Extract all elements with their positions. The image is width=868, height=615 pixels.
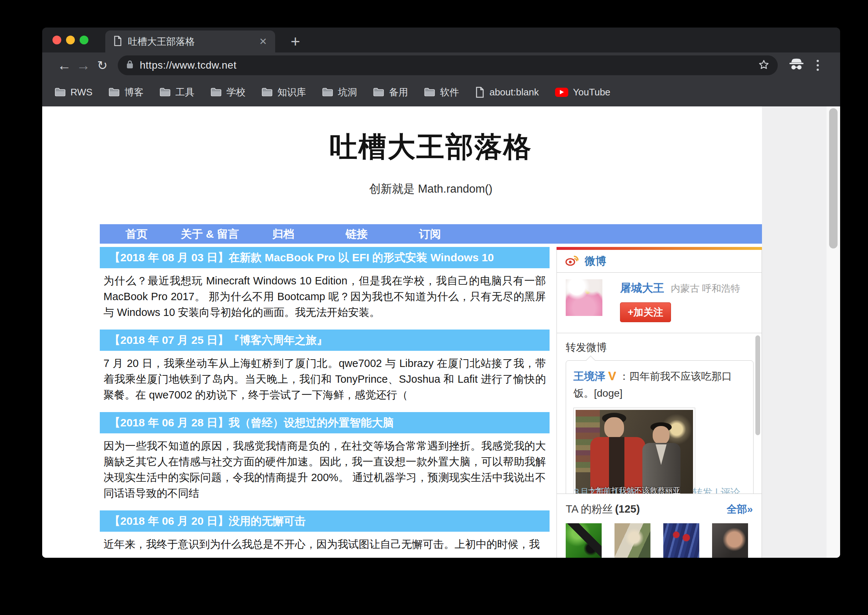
blog-page: 吐槽大王部落格 创新就是 Math.random() 首页 关于 & 留言 归档… xyxy=(42,106,762,558)
bookmark-folder-software[interactable]: 软件 xyxy=(424,86,459,99)
browser-toolbar: ← → ↻ https://www.tcdw.net xyxy=(42,53,840,78)
post-excerpt: 近年来，我终于意识到为什么我总是不开心，因为我试图让自己无懈可击。上初中的时候，… xyxy=(100,532,550,558)
weibo-widget-header: 微博 xyxy=(557,250,762,273)
nav-item-subscribe[interactable]: 订阅 xyxy=(393,224,467,244)
bookmark-folder-rws[interactable]: RWS xyxy=(55,87,92,98)
meme-boy1-red-jacket xyxy=(590,437,645,493)
weibo-logo-icon xyxy=(565,254,580,268)
nav-item-links[interactable]: 链接 xyxy=(320,224,393,244)
browser-tab[interactable]: 吐槽大王部落格 ✕ xyxy=(105,30,275,53)
minimize-window-button[interactable] xyxy=(66,36,75,44)
url-text: https://www.tcdw.net xyxy=(140,59,758,71)
tab-strip: 吐槽大王部落格 ✕ + xyxy=(42,28,840,53)
fan-avatar-luigi-kart[interactable] xyxy=(566,523,602,558)
tab-favicon-page-icon xyxy=(113,36,122,48)
bookmark-label: 学校 xyxy=(226,86,245,99)
meme-boy1-head xyxy=(604,417,624,439)
menu-dots-icon[interactable] xyxy=(815,58,820,72)
page-scrollbar-thumb[interactable] xyxy=(829,108,838,248)
fans-label: TA 的粉丝 xyxy=(566,503,612,515)
bookmark-folder-blog[interactable]: 博客 xyxy=(109,86,143,99)
fans-avatar-row xyxy=(566,523,753,558)
repost-label: 转发微博 xyxy=(557,333,762,354)
bookmark-folder-pit[interactable]: 坑洞 xyxy=(322,86,357,99)
site-navbar: 首页 关于 & 留言 归档 链接 订阅 xyxy=(100,224,762,244)
zoom-window-button[interactable] xyxy=(79,36,89,44)
bookmark-label: 工具 xyxy=(175,86,195,99)
post-title-link[interactable]: 【2018 年 06 月 20 日】没用的无懈可击 xyxy=(100,510,550,532)
post-actions-links[interactable]: 转发 | 评论 xyxy=(693,486,740,493)
fan-avatar-woman-eating[interactable] xyxy=(712,523,748,558)
post: 【2018 年 07 月 25 日】『博客六周年之旅』 7 月 20 日，我乘坐… xyxy=(100,329,550,412)
profile-location: 内蒙古 呼和浩特 xyxy=(671,283,740,294)
bookmarks-bar: RWS 博客 工具 学校 知识库 坑洞 xyxy=(42,78,840,106)
close-window-button[interactable] xyxy=(53,36,61,44)
meme-boy2-head xyxy=(653,426,670,444)
bookmark-star-icon[interactable] xyxy=(758,59,770,72)
post-date-link[interactable]: 3月27日 11:28 xyxy=(574,486,637,493)
lock-icon xyxy=(126,59,134,71)
repost-bubble: 王境泽V：四年前我不应该吃那口饭。[doge] xyxy=(566,361,754,493)
weibo-profile: 屠城大王 内蒙古 呼和浩特 +加关注 xyxy=(557,273,762,333)
bookmark-label: 坑洞 xyxy=(338,86,357,99)
post: 【2018 年 06 月 20 日】没用的无懈可击 近年来，我终于意识到为什么我… xyxy=(100,510,550,558)
bookmark-label: 知识库 xyxy=(277,86,306,99)
page-scrollbar-track[interactable] xyxy=(826,106,840,558)
post-list: 【2018 年 08 月 03 日】在新款 MacBook Pro 以 EFI … xyxy=(100,247,550,558)
bookmark-folder-knowledge[interactable]: 知识库 xyxy=(262,86,306,99)
fan-avatar-person-with-plant[interactable] xyxy=(614,523,650,558)
weibo-fans-section: TA 的粉丝(125) 全部» xyxy=(557,493,762,558)
weibo-header-link[interactable]: 微博 xyxy=(585,254,606,268)
post-excerpt: 因为一些我不知道的原因，我感觉我情商是负的，在社交等场合常常遇到挫折。我感觉我的… xyxy=(100,433,550,510)
verified-badge-icon: V xyxy=(608,367,616,384)
youtube-icon xyxy=(555,88,568,97)
bookmark-label: about:blank xyxy=(489,87,539,98)
nav-item-archive[interactable]: 归档 xyxy=(246,224,320,244)
site-header: 吐槽大王部落格 创新就是 Math.random() xyxy=(100,106,762,224)
post-excerpt: 7 月 20 日，我乘坐动车从上海虹桥到了厦门北。qwe7002 与 Libra… xyxy=(100,351,550,412)
bookmark-about-blank[interactable]: about:blank xyxy=(475,87,539,98)
browser-window: 吐槽大王部落格 ✕ + ← → ↻ https://www.tcdw.net xyxy=(42,28,840,558)
repost-image-frame[interactable]: 十年前打我就不该救蔡丽亚 xyxy=(573,408,695,493)
weibo-widget: 微博 屠城大王 内蒙古 呼和浩特 +加关注 xyxy=(556,247,762,558)
post-title-link[interactable]: 【2018 年 07 月 25 日】『博客六周年之旅』 xyxy=(100,329,550,351)
bookmark-folder-spare[interactable]: 备用 xyxy=(373,86,408,99)
profile-avatar[interactable] xyxy=(566,279,602,316)
bookmark-folder-school[interactable]: 学校 xyxy=(210,86,245,99)
new-tab-button[interactable]: + xyxy=(284,30,306,53)
profile-name-link[interactable]: 屠城大王 xyxy=(620,282,664,294)
site-tagline: 创新就是 Math.random() xyxy=(100,181,762,197)
post: 【2018 年 08 月 03 日】在新款 MacBook Pro 以 EFI … xyxy=(100,247,550,329)
post: 【2018 年 06 月 28 日】我（曾经）设想过的外置智能大脑 因为一些我不… xyxy=(100,412,550,510)
post-title-link[interactable]: 【2018 年 06 月 28 日】我（曾经）设想过的外置智能大脑 xyxy=(100,412,550,433)
weibo-feed: 转发微博 王境泽V：四年前我不应该吃那口饭。[doge] xyxy=(557,333,762,493)
tab-title: 吐槽大王部落格 xyxy=(128,35,255,48)
bookmark-label: 博客 xyxy=(125,86,143,99)
fan-avatar-anime-blue-hair[interactable] xyxy=(663,523,699,558)
feed-scrollbar-thumb[interactable] xyxy=(755,336,760,435)
window-controls xyxy=(53,28,89,53)
nav-item-home[interactable]: 首页 xyxy=(100,224,173,244)
repost-author-link[interactable]: 王境泽 xyxy=(573,370,605,382)
follow-button[interactable]: +加关注 xyxy=(620,302,671,322)
bookmark-label: RWS xyxy=(70,87,92,98)
bookmark-folder-tools[interactable]: 工具 xyxy=(160,86,195,99)
bookmark-label: YouTube xyxy=(573,87,611,98)
site-title: 吐槽大王部落格 xyxy=(100,132,762,161)
post-excerpt: 为什么？最近我想玩 Minecraft Windows 10 Edition，但… xyxy=(100,268,550,329)
page-viewport: 吐槽大王部落格 创新就是 Math.random() 首页 关于 & 留言 归档… xyxy=(42,106,840,558)
bookmark-label: 备用 xyxy=(389,86,408,99)
forward-icon[interactable]: → xyxy=(74,58,93,72)
nav-item-about[interactable]: 关于 & 留言 xyxy=(173,224,246,244)
fans-count: (125) xyxy=(615,503,640,515)
post-title-link[interactable]: 【2018 年 08 月 03 日】在新款 MacBook Pro 以 EFI … xyxy=(100,247,550,268)
fans-view-all-link[interactable]: 全部» xyxy=(726,503,753,516)
widget-gradient-bar xyxy=(556,247,762,250)
tab-close-icon[interactable]: ✕ xyxy=(259,36,267,47)
reload-icon[interactable]: ↻ xyxy=(93,59,112,72)
bubble-notch xyxy=(586,356,595,365)
incognito-icon xyxy=(789,58,804,72)
back-icon[interactable]: ← xyxy=(55,58,74,72)
bookmark-youtube[interactable]: YouTube xyxy=(555,87,611,98)
address-bar[interactable]: https://www.tcdw.net xyxy=(118,55,778,75)
